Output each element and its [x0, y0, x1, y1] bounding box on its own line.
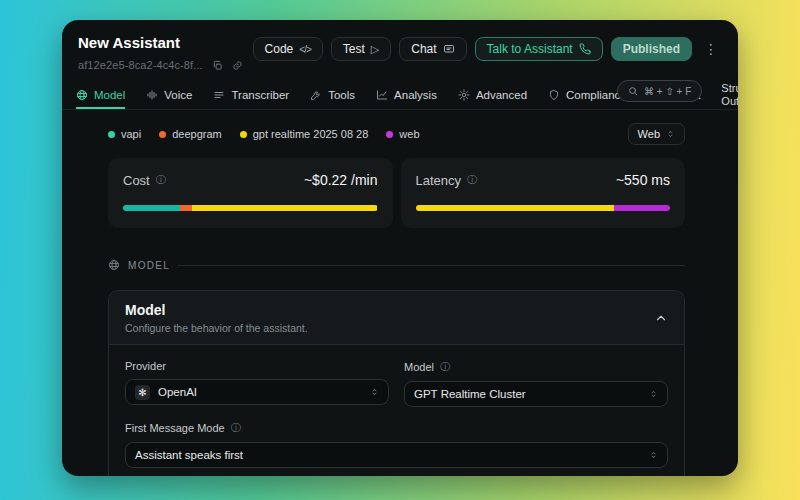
model-card-subtitle: Configure the behavior of the assistant.: [125, 322, 308, 334]
tag-gpt-realtime: gpt realtime 2025 08 28: [240, 128, 369, 140]
header-left: New Assistant af12e2e5-8ca2-4c4c-8f...: [78, 33, 243, 71]
voice-wave-icon: [146, 89, 158, 101]
latency-breakdown-bar: [416, 205, 671, 211]
transcript-lines-icon: [213, 89, 225, 101]
model-card-header-text: Model Configure the behavior of the assi…: [125, 302, 308, 334]
phone-icon: [579, 43, 591, 55]
assistant-id: af12e2e5-8ca2-4c4c-8f...: [78, 59, 203, 71]
chevrons-up-down-icon: [370, 386, 379, 398]
tab-analysis[interactable]: Analysis: [376, 82, 437, 109]
first-message-mode-field: First Message Mode ⓘ Assistant speaks fi…: [125, 421, 668, 468]
sphere-icon: [76, 89, 88, 101]
header-actions: Code </> Test ▷ Chat Talk to Assistant P…: [253, 37, 722, 61]
provider-label: Provider: [125, 360, 166, 372]
code-button-label: Code: [265, 42, 294, 56]
link-icon[interactable]: [232, 60, 243, 71]
search-shortcut-keys: ⌘ + ⇧ + F: [644, 86, 691, 97]
tag-vapi: vapi: [108, 128, 141, 140]
tab-compliance[interactable]: Compliance: [548, 82, 627, 109]
code-button[interactable]: Code </>: [253, 37, 323, 61]
stats-row: Cost ⓘ ~$0.22 /min Latency ⓘ ~550 ms: [108, 158, 685, 228]
published-label: Published: [623, 42, 680, 56]
shield-icon: [548, 89, 560, 101]
provider-model-row: Provider ✻ OpenAI: [125, 360, 668, 407]
info-icon[interactable]: ⓘ: [231, 421, 241, 435]
test-button-label: Test: [343, 42, 365, 56]
search-shortcut-pill[interactable]: ⌘ + ⇧ + F: [617, 80, 702, 102]
code-icon: </>: [299, 44, 310, 55]
model-field: Model ⓘ GPT Realtime Cluster: [404, 360, 668, 407]
latency-card-top: Latency ⓘ ~550 ms: [416, 172, 671, 188]
tab-voice[interactable]: Voice: [146, 82, 192, 109]
wrench-icon: [310, 89, 322, 101]
copy-icon[interactable]: [212, 60, 223, 71]
cost-card: Cost ⓘ ~$0.22 /min: [108, 158, 393, 228]
chevrons-up-down-icon: [649, 449, 658, 461]
model-card-header[interactable]: Model Configure the behavior of the assi…: [109, 291, 684, 345]
provider-select-left: ✻ OpenAI: [135, 385, 197, 400]
chart-line-icon: [376, 89, 388, 101]
test-button[interactable]: Test ▷: [331, 37, 391, 61]
first-message-mode-select[interactable]: Assistant speaks first: [125, 442, 668, 468]
model-section-divider: MODEL: [108, 259, 685, 271]
talk-to-assistant-button[interactable]: Talk to Assistant: [475, 37, 603, 61]
tag-dot: [159, 131, 166, 138]
published-badge-button[interactable]: Published: [611, 37, 692, 61]
tab-structured-outputs-label: Structured Outputs: [721, 82, 738, 107]
info-icon[interactable]: ⓘ: [440, 360, 450, 374]
tag-label: gpt realtime 2025 08 28: [253, 128, 369, 140]
tab-transcriber-label: Transcriber: [231, 89, 289, 101]
tag-web: web: [386, 128, 419, 140]
assistant-panel: New Assistant af12e2e5-8ca2-4c4c-8f... C…: [62, 20, 738, 476]
provider-select-value: OpenAI: [158, 386, 197, 398]
gradient-background: New Assistant af12e2e5-8ca2-4c4c-8f... C…: [0, 0, 800, 500]
cost-label: Cost: [123, 173, 150, 188]
tab-model[interactable]: Model: [76, 82, 125, 109]
tag-label: deepgram: [172, 128, 222, 140]
provider-label-row: Provider: [125, 360, 389, 372]
model-select-value: GPT Realtime Cluster: [414, 388, 526, 400]
chevron-up-icon[interactable]: [654, 311, 668, 325]
more-options-icon[interactable]: ⋮: [700, 41, 722, 57]
chat-button[interactable]: Chat: [399, 37, 466, 61]
chat-button-label: Chat: [411, 42, 436, 56]
section-label: MODEL: [128, 260, 170, 271]
model-card-title: Model: [125, 302, 308, 318]
provider-field: Provider ✻ OpenAI: [125, 360, 389, 407]
divider-line: [178, 265, 685, 266]
latency-label: Latency: [416, 173, 462, 188]
gear-icon: [458, 89, 470, 101]
tab-model-label: Model: [94, 89, 125, 101]
info-icon[interactable]: ⓘ: [467, 173, 477, 187]
platform-select-value: Web: [638, 128, 660, 140]
chevrons-up-down-icon: [666, 128, 675, 140]
chevrons-up-down-icon: [649, 388, 658, 400]
tab-structured-outputs[interactable]: Structured Outputs: [721, 82, 738, 109]
model-card-body: Provider ✻ OpenAI: [109, 345, 684, 476]
platform-select[interactable]: Web: [628, 123, 685, 145]
content-area: vapi deepgram gpt realtime 2025 08 28 we…: [108, 123, 685, 476]
tab-transcriber[interactable]: Transcriber: [213, 82, 289, 109]
tab-advanced[interactable]: Advanced: [458, 82, 527, 109]
model-select[interactable]: GPT Realtime Cluster: [404, 381, 668, 407]
first-message-mode-label-row: First Message Mode ⓘ: [125, 421, 668, 435]
latency-value: ~550 ms: [616, 172, 670, 188]
latency-label-row: Latency ⓘ: [416, 173, 478, 188]
play-icon: ▷: [371, 43, 379, 56]
chat-bubble-icon: [443, 43, 455, 55]
info-icon[interactable]: ⓘ: [156, 173, 166, 187]
latency-card: Latency ⓘ ~550 ms: [401, 158, 686, 228]
tag-deepgram: deepgram: [159, 128, 222, 140]
tag-dot: [240, 131, 247, 138]
cost-card-top: Cost ⓘ ~$0.22 /min: [123, 172, 378, 188]
provider-select[interactable]: ✻ OpenAI: [125, 379, 389, 405]
model-label-row: Model ⓘ: [404, 360, 668, 374]
model-config-card: Model Configure the behavior of the assi…: [108, 290, 685, 476]
cost-breakdown-bar: [123, 205, 378, 211]
tag-label: web: [399, 128, 419, 140]
search-icon: [628, 86, 638, 96]
tab-tools[interactable]: Tools: [310, 82, 355, 109]
talk-button-label: Talk to Assistant: [487, 42, 573, 56]
first-message-mode-value: Assistant speaks first: [135, 449, 243, 461]
tags-row: vapi deepgram gpt realtime 2025 08 28 we…: [108, 123, 685, 145]
